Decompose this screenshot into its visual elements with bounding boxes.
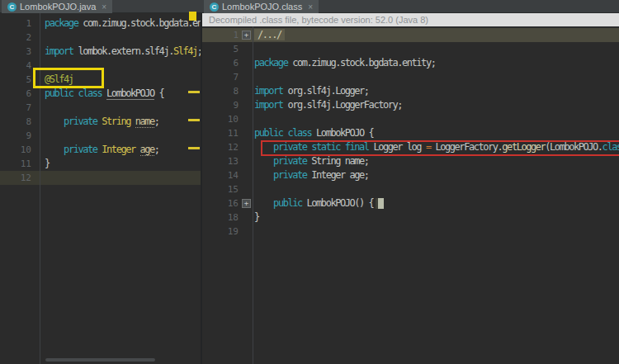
code-line[interactable]: 7: [0, 101, 201, 115]
line-number[interactable]: 5: [202, 42, 239, 56]
decompiled-class-editor[interactable]: Decompiled .class file, bytecode version…: [202, 13, 619, 364]
editor-tab-bar: C LombokPOJO.java × C LombokPOJO.class ×: [0, 0, 619, 13]
line-number[interactable]: 2: [0, 31, 31, 45]
code-line[interactable]: 11}: [0, 157, 201, 171]
line-number[interactable]: 9: [202, 98, 239, 112]
fold-expand-icon[interactable]: +: [242, 31, 251, 40]
line-number[interactable]: 19: [202, 225, 239, 239]
line-number[interactable]: 7: [0, 101, 31, 115]
code-token: package: [45, 17, 83, 29]
code-token: package: [254, 57, 292, 69]
code-token: }: [254, 211, 259, 223]
fold-expand-icon[interactable]: +: [242, 199, 251, 208]
warning-stripe-marker[interactable]: [189, 12, 196, 21]
line-number[interactable]: 4: [0, 59, 31, 73]
code-line[interactable]: 9import org.slf4j.LoggerFactory;: [202, 98, 619, 112]
line-number[interactable]: 6: [202, 56, 239, 70]
fold-column: [31, 171, 45, 185]
line-number[interactable]: 10: [0, 143, 31, 157]
code-text: package com.zimug.stock.bgdata.entity;: [254, 56, 435, 70]
line-number[interactable]: 18: [202, 210, 239, 225]
code-line[interactable]: 14 private Integer age;: [202, 168, 619, 182]
line-number[interactable]: 12: [0, 171, 31, 185]
warning-stripe-marker[interactable]: [188, 147, 200, 149]
code-line[interactable]: 6public class LombokPOJO {: [0, 87, 201, 101]
code-text: }: [45, 157, 50, 171]
code-line[interactable]: 16+ public LombokPOJO() {: [202, 196, 619, 210]
code-token: String: [102, 116, 135, 127]
code-line[interactable]: 10 private Integer age;: [0, 143, 201, 157]
line-number[interactable]: 15: [202, 182, 239, 196]
code-line[interactable]: 15: [202, 182, 619, 196]
code-token: Slf4j: [173, 45, 197, 57]
code-text: public class LombokPOJO {: [45, 87, 163, 101]
code-token: org.slf4j.LoggerFactory;: [287, 99, 402, 111]
line-number[interactable]: 14: [202, 168, 239, 182]
close-icon[interactable]: ×: [308, 2, 313, 12]
java-source-editor[interactable]: 1package com.zimug.stock.bgdata.en23impo…: [0, 13, 201, 364]
line-number[interactable]: 10: [202, 112, 239, 126]
line-number[interactable]: 11: [202, 126, 239, 140]
code-line[interactable]: 18}: [202, 210, 619, 225]
code-token: LombokPOJO: [106, 87, 154, 100]
line-number[interactable]: 1: [0, 17, 31, 31]
line-number[interactable]: 16: [202, 196, 239, 210]
line-number[interactable]: 6: [0, 87, 31, 101]
line-number[interactable]: 8: [0, 115, 31, 129]
horizontal-scrollbar-thumb[interactable]: [45, 358, 155, 362]
close-icon[interactable]: ×: [102, 2, 106, 12]
tab-label: LombokPOJO.java: [20, 2, 96, 12]
code-token: [254, 197, 273, 209]
fold-column: [31, 101, 45, 115]
code-token: [254, 155, 273, 167]
code-token: /.../: [254, 29, 285, 40]
code-line[interactable]: 1package com.zimug.stock.bgdata.en: [0, 17, 201, 31]
code-line[interactable]: 1+/.../: [202, 28, 619, 42]
ide-window: C LombokPOJO.java × C LombokPOJO.class ×…: [0, 0, 619, 364]
code-line[interactable]: 7: [202, 70, 619, 84]
code-token: private: [273, 169, 311, 181]
code-line[interactable]: 6package com.zimug.stock.bgdata.entity;: [202, 56, 619, 70]
line-number[interactable]: 5: [0, 73, 31, 87]
java-class-icon: C: [7, 2, 17, 12]
code-line[interactable]: 2: [0, 31, 201, 45]
code-line[interactable]: 11public class LombokPOJO {: [202, 126, 619, 140]
fold-column: [31, 129, 45, 143]
warning-stripe-marker[interactable]: [188, 91, 200, 93]
line-number[interactable]: 9: [0, 129, 31, 143]
code-line[interactable]: 8import org.slf4j.Logger;: [202, 84, 619, 98]
tab-label: LombokPOJO.class: [222, 2, 302, 12]
code-area[interactable]: 1package com.zimug.stock.bgdata.en23impo…: [0, 13, 201, 185]
tab-lombokpojo-class[interactable]: C LombokPOJO.class ×: [204, 0, 319, 13]
code-token: LombokPOJO {: [316, 127, 373, 139]
code-line[interactable]: 8 private String name;: [0, 115, 201, 129]
code-line[interactable]: 10: [202, 112, 619, 126]
fold-column: [31, 17, 45, 31]
code-token: LombokPOJO() {: [307, 197, 374, 209]
fold-column: [31, 157, 45, 171]
line-number[interactable]: 12: [202, 140, 239, 154]
code-area[interactable]: 1+/.../56package com.zimug.stock.bgdata.…: [202, 28, 619, 239]
line-number[interactable]: 11: [0, 157, 31, 171]
warning-stripe-marker[interactable]: [188, 119, 200, 121]
tab-lombokpojo-java[interactable]: C LombokPOJO.java ×: [2, 0, 112, 13]
line-number[interactable]: 7: [202, 70, 239, 84]
fold-column: [31, 45, 45, 59]
line-number[interactable]: 1: [202, 28, 239, 42]
line-number[interactable]: 3: [0, 45, 31, 59]
line-number[interactable]: 8: [202, 84, 239, 98]
annotation-yellow-box: [33, 68, 104, 88]
fold-column: [31, 115, 45, 129]
code-line[interactable]: 13 private String name;: [202, 154, 619, 168]
code-line[interactable]: 19: [202, 225, 619, 239]
code-line[interactable]: 9: [0, 129, 201, 143]
code-line[interactable]: 3import lombok.extern.slf4j.Slf4j;: [0, 45, 201, 59]
line-number[interactable]: 13: [202, 154, 239, 168]
code-token: import: [45, 45, 78, 57]
gutter-separator: [253, 26, 253, 364]
code-line[interactable]: 5: [202, 42, 619, 56]
code-token: org.slf4j.Logger;: [287, 85, 368, 97]
code-token: import: [254, 85, 287, 97]
code-text: }: [254, 210, 259, 225]
code-line[interactable]: 12: [0, 171, 201, 185]
